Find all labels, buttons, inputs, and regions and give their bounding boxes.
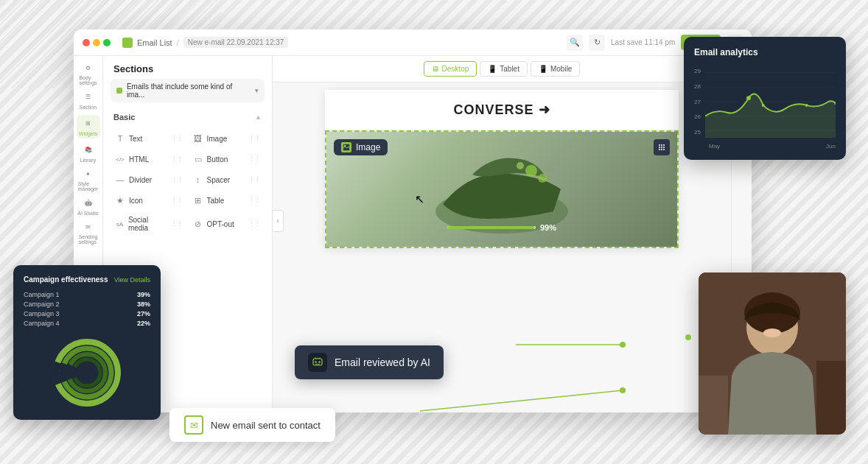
svg-point-11 bbox=[663, 147, 665, 148]
svg-point-3 bbox=[517, 162, 524, 169]
close-dot[interactable] bbox=[83, 39, 90, 46]
svg-point-7 bbox=[661, 144, 662, 146]
campaign-item-2: Campaign 2 38% bbox=[24, 300, 150, 308]
y-label-28: 28 bbox=[694, 83, 701, 90]
drag-handle[interactable]: ⋮⋮ bbox=[248, 220, 260, 228]
svg-point-1 bbox=[525, 165, 537, 177]
sending-icon: ✉ bbox=[83, 221, 94, 233]
drag-handle[interactable]: ⋮⋮ bbox=[171, 220, 183, 228]
image-block[interactable]: Image bbox=[325, 130, 679, 248]
sidebar-item-style[interactable]: ✦ Stylemanager bbox=[77, 168, 100, 191]
desktop-label: Desktop bbox=[442, 65, 469, 73]
style-icon: ✦ bbox=[83, 168, 94, 180]
analytics-card: Email analytics 29 28 27 26 25 bbox=[684, 37, 846, 160]
sidebar-item-body-settings[interactable]: ⚙ Bodysettings bbox=[77, 62, 100, 85]
button-icon: ▭ bbox=[193, 154, 203, 164]
drag-handle[interactable]: ⋮⋮ bbox=[171, 176, 183, 183]
drag-handle[interactable]: ⋮⋮ bbox=[171, 197, 183, 204]
svg-point-6 bbox=[659, 144, 660, 146]
photo-card bbox=[699, 273, 846, 435]
analytics-title: Email analytics bbox=[694, 47, 836, 57]
library-icon: 📚 bbox=[83, 144, 94, 156]
device-tablet[interactable]: 📱 Tablet bbox=[480, 61, 528, 77]
x-label-jun: Jun bbox=[826, 143, 836, 150]
drag-handle[interactable]: ⋮⋮ bbox=[248, 176, 260, 183]
tablet-icon: 📱 bbox=[488, 65, 497, 73]
ai-icon-svg bbox=[312, 356, 323, 368]
drag-handle[interactable]: ⋮⋮ bbox=[171, 135, 183, 142]
photo-overlay bbox=[699, 273, 846, 435]
sidebar-item-widgets[interactable]: ⊞ Widgets bbox=[77, 115, 100, 138]
collapse-icon[interactable]: ▲ bbox=[255, 113, 262, 121]
drag-handle[interactable]: ⋮⋮ bbox=[248, 155, 260, 163]
analytics-chart-svg bbox=[705, 65, 836, 138]
progress-label: 99% bbox=[540, 223, 556, 232]
ai-reviewed-badge: Email reviewed by AI bbox=[295, 345, 444, 379]
sidebar-item-ai[interactable]: 🤖 AI Studio bbox=[77, 194, 100, 218]
basic-section-header: Basic ▲ bbox=[103, 108, 272, 126]
svg-point-19 bbox=[78, 364, 96, 382]
image-drag-handle[interactable] bbox=[654, 139, 670, 155]
widget-social[interactable]: sA Social media ⋮⋮ bbox=[111, 211, 187, 236]
sections-filter[interactable]: Emails that include some kind of ima... … bbox=[103, 79, 272, 108]
person-svg bbox=[699, 273, 846, 435]
svg-point-36 bbox=[762, 104, 765, 107]
widget-image[interactable]: 🖼 Image ⋮⋮ bbox=[189, 129, 265, 148]
drag-handle[interactable]: ⋮⋮ bbox=[248, 197, 260, 204]
text-icon: T bbox=[115, 133, 125, 144]
basic-label: Basic bbox=[113, 113, 135, 122]
search-icon-btn[interactable]: 🔍 bbox=[567, 35, 583, 51]
ai-icon: 🤖 bbox=[83, 197, 94, 209]
sidebar-item-library[interactable]: 📚 Library bbox=[77, 141, 100, 165]
view-details-link[interactable]: View Details bbox=[114, 276, 150, 284]
widget-spacer[interactable]: ↕ Spacer ⋮⋮ bbox=[189, 170, 265, 189]
widget-text[interactable]: T Text ⋮⋮ bbox=[111, 129, 187, 148]
campaign-item-3: Campaign 3 27% bbox=[24, 310, 150, 317]
widget-icon[interactable]: ★ Icon ⋮⋮ bbox=[111, 191, 187, 210]
svg-point-2 bbox=[538, 174, 547, 183]
widget-html[interactable]: </> HTML ⋮⋮ bbox=[111, 150, 187, 169]
optout-icon: ⊘ bbox=[193, 219, 203, 229]
widget-table[interactable]: ⊞ Table ⋮⋮ bbox=[189, 191, 265, 210]
widget-divider[interactable]: — Divider ⋮⋮ bbox=[111, 170, 187, 189]
desktop-icon: 🖥 bbox=[432, 65, 439, 73]
panel-collapse-button[interactable]: ‹ bbox=[272, 210, 284, 232]
refresh-icon-btn[interactable]: ↻ bbox=[589, 35, 605, 51]
minimize-dot[interactable] bbox=[93, 39, 100, 46]
mobile-label: Mobile bbox=[550, 65, 572, 73]
sections-title: Sections bbox=[103, 56, 272, 79]
svg-point-42 bbox=[763, 328, 781, 337]
drag-grid-icon bbox=[657, 143, 666, 152]
svg-point-37 bbox=[805, 104, 808, 107]
canvas-toolbar: 🖥 Desktop 📱 Tablet 📱 Mobile bbox=[273, 56, 731, 82]
widget-button[interactable]: ▭ Button ⋮⋮ bbox=[189, 150, 265, 169]
widget-optout[interactable]: ⊘ OPT-out ⋮⋮ bbox=[189, 211, 265, 236]
sidebar-item-section[interactable]: ☰ Section bbox=[77, 88, 100, 112]
connector-dot-1 bbox=[685, 334, 691, 340]
image-icon: 🖼 bbox=[193, 133, 203, 144]
x-label-may: May bbox=[709, 143, 720, 150]
divider-icon: — bbox=[115, 175, 125, 185]
drag-handle[interactable]: ⋮⋮ bbox=[248, 135, 260, 142]
table-icon: ⊞ bbox=[193, 195, 203, 205]
section-icon: ☰ bbox=[83, 91, 94, 103]
breadcrumb-emaillist[interactable]: Email List bbox=[137, 38, 172, 47]
drag-handle[interactable]: ⋮⋮ bbox=[171, 155, 183, 163]
svg-point-25 bbox=[315, 361, 316, 362]
social-icon: sA bbox=[115, 219, 125, 229]
notification-icon: ✉ bbox=[184, 415, 203, 435]
ai-badge-label: Email reviewed by AI bbox=[335, 356, 430, 368]
widget-image-label: Image bbox=[207, 135, 228, 143]
campaign-items: Campaign 1 39% Campaign 2 38% Campaign 3… bbox=[24, 291, 150, 327]
image-label: Image bbox=[356, 142, 380, 152]
sidebar-item-sending[interactable]: ✉ Sendingsettings bbox=[77, 221, 100, 245]
image-chip: Image bbox=[334, 139, 388, 155]
progress-row: 99% bbox=[447, 223, 556, 232]
svg-rect-44 bbox=[816, 361, 846, 435]
widget-spacer-label: Spacer bbox=[207, 176, 231, 184]
maximize-dot[interactable] bbox=[103, 39, 111, 46]
filter-pill[interactable]: Emails that include some kind of ima... … bbox=[111, 79, 265, 102]
device-mobile[interactable]: 📱 Mobile bbox=[531, 61, 580, 77]
campaign-title: Campaign effectiveness bbox=[24, 275, 108, 284]
device-desktop[interactable]: 🖥 Desktop bbox=[424, 61, 477, 77]
